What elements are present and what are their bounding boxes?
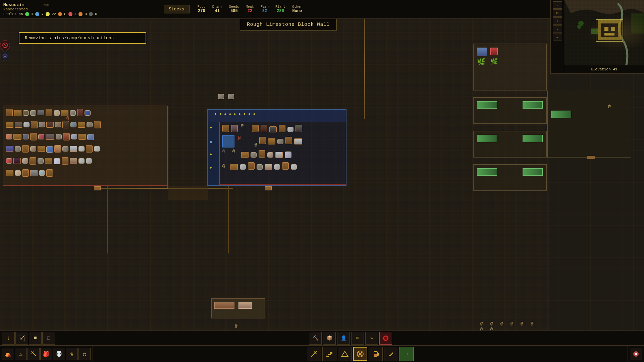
skull-icon[interactable]: 💀	[53, 348, 65, 360]
food-resource: Food 270	[198, 5, 206, 13]
worktable-area	[211, 298, 265, 318]
bottom-toolbar: ⛺ ⚠ ⛏ 🎒 💀 ♛ ⚖	[0, 345, 644, 362]
minimap-minus-btn[interactable]: -	[553, 25, 562, 33]
fortress-name: Mosuszim Pop	[3, 2, 157, 7]
svg-point-12	[577, 25, 581, 29]
drink-tool[interactable]	[369, 347, 383, 361]
svg-rect-20	[328, 354, 331, 355]
svg-rect-19	[326, 356, 329, 357]
room-right-top: 🌿 🌿	[473, 44, 547, 90]
fortress-details: Roomcrested	[3, 7, 157, 11]
fortress-info: Mosuszim Pop Roomcrested Hamlet 45 4 7 2…	[0, 0, 161, 18]
crown-icon[interactable]: ♛	[66, 348, 78, 360]
right-icon-1[interactable]	[630, 348, 642, 360]
build-btn[interactable]: 🔨	[309, 332, 322, 345]
top-bar: Mosuszim Pop Roomcrested Hamlet 45 4 7 2…	[0, 0, 644, 19]
drink-resource: Drink 41	[212, 5, 222, 13]
minimap-arrow-btn[interactable]: ↗	[553, 1, 562, 9]
alert-icon[interactable]: ⚠	[15, 348, 27, 360]
svg-rect-27	[374, 354, 377, 356]
minimap-image[interactable]	[564, 0, 644, 65]
svg-rect-8	[611, 27, 615, 31]
svg-text:↔: ↔	[4, 55, 6, 58]
query-btn[interactable]	[379, 332, 392, 345]
next-tool-btn[interactable]: →	[399, 347, 414, 361]
bottom-icons-left: ⛺ ⚠ ⛏ 🎒 💀 ♛ ⚖	[0, 346, 93, 362]
move-icon[interactable]: ↔	[0, 51, 10, 61]
svg-rect-6	[601, 23, 618, 37]
svg-point-15	[384, 337, 387, 340]
svg-rect-9	[604, 33, 614, 36]
storage-area: @	[3, 106, 168, 186]
svg-rect-7	[604, 27, 608, 31]
svg-rect-10	[591, 28, 598, 34]
far-right-rooms: @	[547, 90, 644, 275]
command-box: Removing stairs/ramp/constructions	[19, 32, 146, 44]
write-tool[interactable]	[384, 347, 398, 361]
stocks-view-btn[interactable]: 📦	[323, 332, 336, 345]
second-toolbar-left: ↓ 🏹 ■ □	[0, 332, 57, 345]
resources-bar: Food 270 Drink 41 Seeds 585 Meat 22 Fish…	[192, 0, 602, 18]
bedroom-cluster	[473, 97, 547, 198]
svg-rect-21	[330, 352, 332, 354]
svg-rect-5	[598, 20, 621, 40]
left-side-icons: ↔	[0, 40, 11, 61]
cancel-icon[interactable]	[0, 40, 10, 50]
fill-btn[interactable]: ■	[29, 332, 42, 345]
svg-rect-4	[564, 0, 644, 65]
stocks-button[interactable]: Stocks	[164, 5, 190, 13]
meat-resource: Meat 22	[246, 5, 254, 13]
embark-icon[interactable]: ⛺	[2, 348, 14, 360]
game-canvas: @	[0, 0, 644, 362]
ramp-tool[interactable]	[338, 347, 352, 361]
designate-btn[interactable]: 🏹	[15, 332, 28, 345]
scales-icon[interactable]: ⚖	[78, 348, 91, 360]
seeds-resource: Seeds 585	[229, 5, 239, 13]
bag-icon[interactable]: 🎒	[40, 348, 52, 360]
pickaxe-icon[interactable]: ⛏	[28, 348, 40, 360]
center-tools: →	[93, 347, 628, 361]
minimap-zoom-btn[interactable]: ⊞	[553, 9, 562, 17]
minimap-arrow2-btn[interactable]: ↙	[553, 34, 562, 41]
tooltip: Rough Limestone Block Wall	[240, 19, 337, 31]
dwarf-group-bottom: @	[235, 323, 237, 328]
svg-rect-13	[596, 19, 623, 42]
mine-tool[interactable]	[307, 347, 321, 361]
clear-btn[interactable]: □	[42, 332, 55, 345]
second-toolbar: ↓ 🏹 ■ □ 🔨 📦 👤 ⊞ »	[0, 330, 644, 345]
units-btn[interactable]: 👤	[337, 332, 350, 345]
down-arrow-btn[interactable]: ↓	[2, 332, 15, 345]
svg-line-16	[311, 353, 315, 357]
other-resource: Other None	[292, 5, 302, 13]
more-btn[interactable]: »	[365, 332, 378, 345]
svg-point-11	[578, 21, 584, 26]
minimap: ↗ ⊞ + - ↙	[550, 0, 644, 74]
second-toolbar-center: 🔨 📦 👤 ⊞ »	[57, 332, 644, 345]
remove-tool[interactable]	[353, 347, 367, 361]
bottom-right-tools	[628, 346, 644, 362]
minimap-controls: ↗ ⊞ + - ↙	[551, 0, 564, 74]
pop-row: Hamlet 45 4 7 22 8 4 0 0	[3, 12, 157, 16]
minimap-plus-btn[interactable]: +	[553, 17, 562, 25]
stairs-tool[interactable]	[322, 347, 336, 361]
svg-line-1	[4, 44, 6, 47]
fish-resource: Fish 22	[261, 5, 269, 13]
svg-marker-22	[341, 351, 348, 357]
zones-btn[interactable]: ⊞	[351, 332, 364, 345]
plant-resource: Plant 226	[275, 5, 285, 13]
minimap-elevation: Elevation 41	[564, 65, 644, 73]
workshop-area: ♦ ♦ ♦ ♦ ♦ ♦ ♦ ♦ ♦ ♦ ◆ ♦ ♦ @ @ @	[207, 109, 346, 186]
